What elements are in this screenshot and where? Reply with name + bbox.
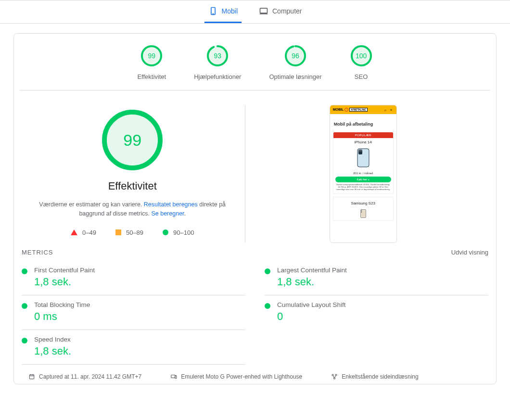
svg-point-17	[360, 150, 361, 151]
preview-note: Samlet kontantpris/kreditbeløb: 44.654. …	[335, 184, 391, 191]
phone-image	[333, 146, 393, 170]
metric-value: 0 ms	[34, 310, 245, 323]
performance-detail: 99 Effektivitet Værdierne er estimater o…	[14, 90, 496, 243]
gauge-label: Optimale løsninger	[269, 73, 321, 80]
gauge-label: SEO	[355, 73, 368, 80]
performance-disclaimer: Værdierne er estimater og kan variere. R…	[36, 200, 229, 218]
metric-lcp: Largest Contentful Paint1,8 sek.	[265, 261, 488, 295]
captured-info: Captured at 11. apr. 2024 11.42 GMT+7	[28, 373, 141, 380]
preview-product-name: Samsung S23	[333, 201, 393, 205]
metric-value: 0	[277, 310, 488, 323]
status-dot-pass	[22, 268, 27, 274]
gauge-accessibility[interactable]: 93 Hjælpefunktioner	[194, 44, 241, 80]
status-dot-pass	[22, 303, 27, 309]
gauge-score: 96	[284, 44, 307, 67]
metric-tbt: Total Blocking Time0 ms	[22, 295, 245, 330]
circle-icon	[163, 229, 168, 235]
legend-range: 50–89	[126, 229, 143, 236]
mobile-icon	[208, 6, 218, 16]
phone-preview: MOBIL AFBETALING ⌕ ≡ Mobil på afbetaling…	[330, 105, 397, 243]
loading-info: Enkeltstående sideindlæsning	[331, 373, 418, 380]
metric-si: Speed Index1,8 sek.	[22, 330, 245, 365]
screenshot-preview: MOBIL AFBETALING ⌕ ≡ Mobil på afbetaling…	[245, 105, 490, 243]
gauge-best-practices[interactable]: 96 Optimale løsninger	[269, 44, 321, 80]
svg-point-19	[361, 210, 362, 211]
gauge-score: 93	[206, 44, 229, 67]
legend-pass: 90–100	[163, 229, 194, 236]
metric-name: Total Blocking Time	[34, 301, 245, 308]
preview-body: Mobil på afbetaling POPULÆR iPhone 14 20…	[330, 114, 396, 226]
preview-product: POPULÆR iPhone 14 201 kr. / måned Køb he…	[333, 129, 394, 194]
gauge-label: Effektivitet	[137, 73, 166, 80]
device-icon	[170, 373, 177, 380]
score-legend: 0–49 50–89 90–100	[71, 229, 194, 236]
preview-badge: POPULÆR	[333, 132, 393, 138]
tab-mobile[interactable]: Mobil	[204, 0, 242, 23]
network-icon	[331, 373, 338, 380]
svg-point-29	[335, 374, 337, 376]
report-footer: Captured at 11. apr. 2024 11.42 GMT+7 Em…	[14, 365, 496, 380]
svg-point-21	[361, 212, 362, 213]
status-dot-pass	[265, 268, 270, 274]
captured-text: Captured at 11. apr. 2024 11.42 GMT+7	[39, 373, 141, 380]
metric-name: Speed Index	[34, 336, 245, 343]
svg-rect-22	[29, 374, 34, 379]
score-gauges-row: 99 Effektivitet 93 Hjælpefunktioner 96 O…	[20, 34, 490, 90]
svg-rect-26	[171, 375, 175, 378]
metric-name: Largest Contentful Paint	[277, 267, 488, 274]
legend-avg: 50–89	[115, 229, 143, 236]
big-gauge-score: 99	[101, 109, 164, 171]
link-score-calc[interactable]: Resultatet beregnes	[144, 201, 198, 208]
metrics-header: METRICS Udvid visning	[14, 243, 496, 259]
computer-icon	[259, 6, 268, 16]
phone-image	[333, 207, 393, 220]
calendar-icon	[28, 373, 35, 380]
gauge-seo[interactable]: 100 SEO	[350, 44, 373, 80]
metrics-title: METRICS	[22, 249, 53, 256]
metric-name: First Contentful Paint	[34, 267, 245, 274]
report-card: 99 Effektivitet 93 Hjælpefunktioner 96 O…	[13, 33, 497, 384]
link-calculator[interactable]: Se beregner	[151, 210, 184, 217]
performance-summary: 99 Effektivitet Værdierne er estimater o…	[20, 105, 245, 243]
tab-computer-label: Computer	[272, 7, 302, 15]
metric-cls: Cumulative Layout Shift0	[265, 295, 488, 330]
status-dot-pass	[22, 338, 27, 344]
svg-point-20	[361, 211, 362, 212]
metric-name: Cumulative Layout Shift	[277, 301, 488, 308]
tab-computer[interactable]: Computer	[255, 0, 306, 23]
legend-range: 90–100	[173, 229, 194, 236]
metric-value: 1,8 sek.	[34, 276, 245, 288]
preview-product-name: iPhone 14	[333, 140, 393, 144]
emulated-info: Emuleret Moto G Power-enhed with Lightho…	[170, 373, 302, 380]
svg-point-28	[332, 374, 333, 376]
svg-rect-15	[358, 150, 362, 154]
preview-heading: Mobil på afbetaling	[333, 122, 394, 127]
preview-product: Samsung S23	[333, 197, 394, 221]
preview-nav-icons: ⌕ ≡	[384, 108, 394, 112]
svg-point-16	[359, 150, 360, 151]
square-icon	[115, 229, 121, 235]
big-gauge: 99	[101, 109, 164, 171]
emulated-text: Emuleret Moto G Power-enhed with Lightho…	[181, 373, 302, 380]
metric-fcp: First Contentful Paint1,8 sek.	[22, 261, 245, 295]
legend-fail: 0–49	[71, 229, 96, 236]
performance-title: Effektivitet	[108, 180, 157, 192]
svg-rect-27	[175, 375, 177, 378]
gauge-score: 100	[350, 44, 373, 67]
status-dot-pass	[265, 303, 270, 309]
loading-text: Enkeltstående sideindlæsning	[342, 373, 418, 380]
metric-value: 1,8 sek.	[277, 276, 488, 288]
metrics-col-right: Largest Contentful Paint1,8 sek. Cumulat…	[265, 261, 488, 365]
gauge-score: 99	[140, 44, 163, 67]
preview-brand: MOBIL AFBETALING	[333, 108, 368, 112]
preview-header: MOBIL AFBETALING ⌕ ≡	[330, 105, 396, 114]
gauge-label: Hjælpefunktioner	[194, 73, 241, 80]
tab-mobile-label: Mobil	[222, 7, 238, 15]
legend-range: 0–49	[82, 229, 96, 236]
expand-view-link[interactable]: Udvid visning	[451, 249, 488, 256]
gauge-performance[interactable]: 99 Effektivitet	[137, 44, 166, 80]
triangle-icon	[71, 229, 77, 235]
disclaimer-text: Værdierne er estimater og kan variere.	[39, 201, 143, 208]
svg-rect-18	[360, 210, 366, 218]
svg-rect-2	[260, 8, 268, 13]
